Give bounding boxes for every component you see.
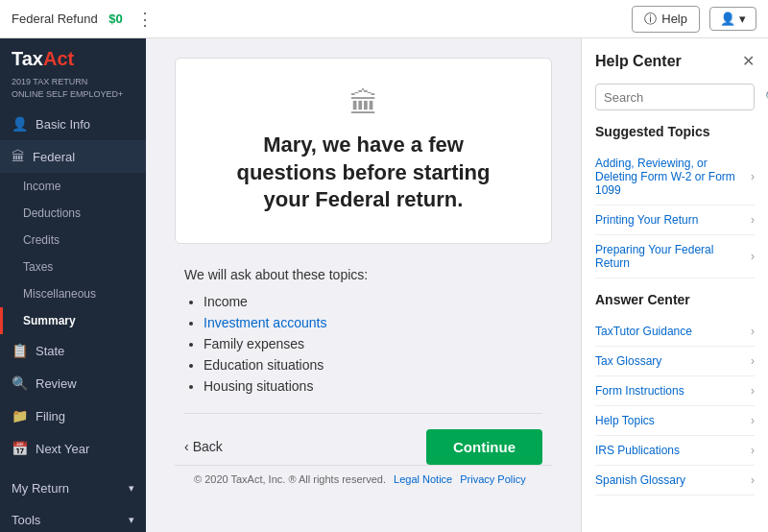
sidebar-subitem-taxes[interactable]: Taxes xyxy=(0,254,146,280)
continue-button[interactable]: Continue xyxy=(426,429,542,465)
chevron-right-icon: › xyxy=(751,414,755,427)
search-box: 🔍 xyxy=(595,84,755,110)
close-icon[interactable]: ✕ xyxy=(742,52,755,70)
topics-section: We will ask about these topics: Income I… xyxy=(175,267,552,465)
sidebar-subitem-deductions[interactable]: Deductions xyxy=(0,200,146,227)
content-area: 🏛 Mary, we have a few questions before s… xyxy=(146,38,581,532)
sidebar: TaxAct 2019 TAX RETURN ONLINE SELF EMPLO… xyxy=(0,38,146,532)
answer-center-title: Answer Center xyxy=(595,292,755,307)
chevron-right-icon: › xyxy=(751,213,755,227)
chevron-right-icon: › xyxy=(751,250,755,263)
building-icon: 🏛 xyxy=(214,87,513,120)
chevron-right-icon: › xyxy=(751,354,755,368)
sidebar-subitem-income[interactable]: Income xyxy=(0,173,146,200)
sidebar-subitem-summary[interactable]: Summary xyxy=(0,307,146,334)
list-item: Income xyxy=(204,294,542,309)
sidebar-item-my-return[interactable]: My Return ▾ xyxy=(0,472,146,504)
federal-icon: 🏛 xyxy=(12,149,25,164)
list-item: Education situations xyxy=(204,357,542,373)
back-button[interactable]: ‹ Back xyxy=(184,439,223,454)
answer-topic-item[interactable]: Form Instructions › xyxy=(595,376,755,406)
top-bar: Federal Refund $0 ⋮ ⓘ Help 👤 ▾ xyxy=(0,0,768,38)
suggested-topic-item[interactable]: Printing Your Return › xyxy=(595,206,755,235)
nav-buttons: ‹ Back Continue xyxy=(184,429,542,465)
list-item: Investment accounts xyxy=(204,315,542,330)
sidebar-item-federal[interactable]: 🏛 Federal xyxy=(0,140,146,173)
privacy-policy-link[interactable]: Privacy Policy xyxy=(460,473,525,485)
legal-notice-link[interactable]: Legal Notice xyxy=(394,473,452,485)
search-input[interactable] xyxy=(604,90,765,105)
chevron-right-icon: › xyxy=(751,473,755,487)
help-panel-header: Help Center ✕ xyxy=(595,52,755,70)
review-icon: 🔍 xyxy=(12,375,28,391)
suggested-topic-item[interactable]: Preparing Your Federal Return › xyxy=(595,235,755,278)
sidebar-item-filing[interactable]: 📁 Filing xyxy=(0,399,146,432)
sidebar-item-next-year[interactable]: 📅 Next Year xyxy=(0,432,146,465)
intro-card: 🏛 Mary, we have a few questions before s… xyxy=(175,58,552,244)
card-title: Mary, we have a few questions before sta… xyxy=(214,132,513,214)
more-options-icon[interactable]: ⋮ xyxy=(136,9,154,30)
sidebar-subitem-miscellaneous[interactable]: Miscellaneous xyxy=(0,280,146,307)
chevron-right-icon: › xyxy=(751,384,755,398)
topics-intro: We will ask about these topics: xyxy=(184,267,542,282)
back-chevron-icon: ‹ xyxy=(184,439,189,454)
help-circle-icon: ⓘ xyxy=(644,11,657,28)
list-item: Family expenses xyxy=(204,336,542,351)
chevron-right-icon: › xyxy=(751,444,755,457)
sidebar-item-review[interactable]: 🔍 Review xyxy=(0,367,146,399)
help-panel: Help Center ✕ 🔍 Suggested Topics Adding,… xyxy=(581,38,768,532)
person-icon: 👤 xyxy=(12,116,28,132)
answer-topic-item[interactable]: TaxTutor Guidance › xyxy=(595,317,755,347)
filing-icon: 📁 xyxy=(12,408,28,423)
sidebar-item-tools[interactable]: Tools ▾ xyxy=(0,504,146,532)
user-icon: 👤 xyxy=(720,12,735,26)
sidebar-item-basic-info[interactable]: 👤 Basic Info xyxy=(0,108,146,140)
logo: TaxAct xyxy=(0,38,146,76)
section-divider xyxy=(184,413,542,414)
chevron-down-icon: ▾ xyxy=(739,12,746,26)
footer: © 2020 TaxAct, Inc. ® All rights reserve… xyxy=(175,465,552,493)
answer-topic-item[interactable]: Tax Glossary › xyxy=(595,347,755,376)
suggested-topics-title: Suggested Topics xyxy=(595,124,755,139)
chevron-down-icon: ▾ xyxy=(129,514,134,526)
help-button[interactable]: ⓘ Help xyxy=(632,6,700,33)
suggested-topic-item[interactable]: Adding, Reviewing, or Deleting Form W-2 … xyxy=(595,149,755,206)
sidebar-subitem-credits[interactable]: Credits xyxy=(0,227,146,254)
chevron-right-icon: › xyxy=(751,170,755,183)
list-item: Housing situations xyxy=(204,378,542,394)
answer-topic-item[interactable]: Help Topics › xyxy=(595,406,755,436)
user-menu-button[interactable]: 👤 ▾ xyxy=(709,7,756,31)
chevron-right-icon: › xyxy=(751,325,755,338)
state-icon: 📋 xyxy=(12,343,28,358)
sidebar-subtitle: 2019 TAX RETURN ONLINE SELF EMPLOYED+ xyxy=(0,76,146,108)
chevron-down-icon: ▾ xyxy=(129,482,134,495)
answer-topic-item[interactable]: Spanish Glossary › xyxy=(595,466,755,496)
sidebar-item-state[interactable]: 📋 State xyxy=(0,334,146,367)
investment-accounts-link[interactable]: Investment accounts xyxy=(204,315,326,330)
next-year-icon: 📅 xyxy=(12,441,28,456)
refund-label: Federal Refund $0 xyxy=(12,12,123,26)
answer-topic-item[interactable]: IRS Publications › xyxy=(595,436,755,466)
help-panel-title: Help Center xyxy=(595,53,682,70)
topics-list: Income Investment accounts Family expens… xyxy=(184,294,542,394)
